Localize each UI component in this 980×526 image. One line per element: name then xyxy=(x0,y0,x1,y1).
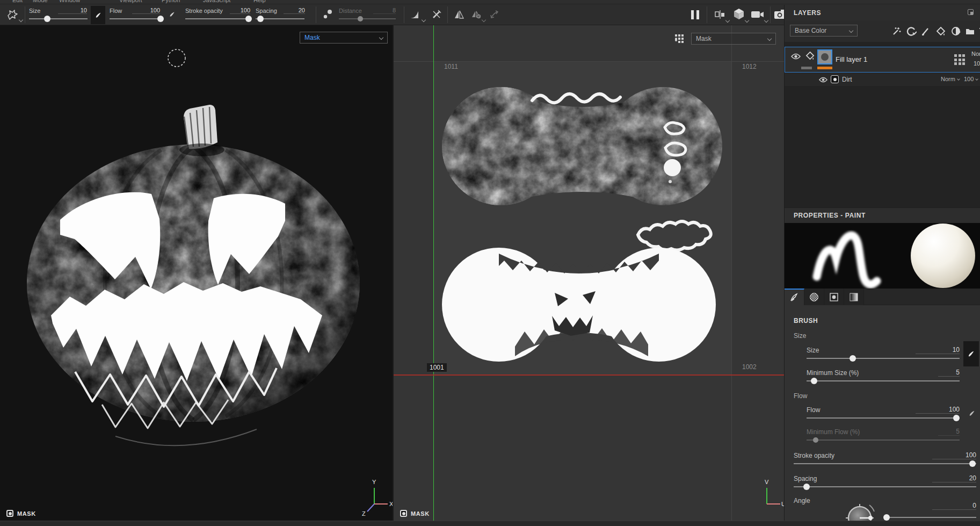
layer-thumbnail[interactable] xyxy=(817,49,832,64)
transform-arrows-icon xyxy=(489,9,500,20)
blend-chevron-icon xyxy=(957,77,960,81)
panel-options-icon[interactable] xyxy=(968,9,974,15)
scatter-dots-icon xyxy=(322,8,334,21)
add-group-button[interactable] xyxy=(963,25,976,38)
layer-name[interactable]: Fill layer 1 xyxy=(836,55,867,63)
angle-value[interactable]: 0 xyxy=(932,502,976,510)
mask-channel-icon xyxy=(400,510,407,517)
angle-slider[interactable] xyxy=(884,514,976,521)
viewport-2d[interactable]: 1011 1012 1001 1002 Mask V U xyxy=(394,25,784,521)
layer-opacity[interactable]: 100 xyxy=(974,60,980,67)
effect-blend-mode[interactable]: Norm xyxy=(941,76,955,82)
menu-help[interactable]: Help xyxy=(253,0,266,3)
pen-pressure-icon xyxy=(169,11,176,18)
menu-python[interactable]: Python xyxy=(162,0,180,3)
3d-axis-gizmo: Y X Z xyxy=(354,477,393,517)
add-effect-button[interactable] xyxy=(890,25,903,38)
3d-channel-select[interactable]: Mask xyxy=(300,32,388,44)
cube-icon xyxy=(732,8,745,20)
pen-pressure-icon xyxy=(968,409,976,417)
2d-channel-select[interactable]: Mask xyxy=(691,33,776,45)
layer-row-fill-layer-1[interactable]: Fill layer 1 Norm 100 xyxy=(785,47,980,73)
tab-alpha[interactable] xyxy=(804,289,824,305)
display-mode-button[interactable] xyxy=(713,8,727,21)
brush-tab-icon xyxy=(789,293,799,302)
toolbar-size-slider[interactable] xyxy=(29,15,88,23)
right-panel: LAYERS Base Color xyxy=(784,5,980,521)
scatter-icon[interactable] xyxy=(321,6,335,23)
2d-canvas-uv[interactable] xyxy=(394,25,784,521)
menu-viewport[interactable]: Viewport xyxy=(119,0,142,3)
stroke-opacity-value[interactable]: 100 xyxy=(932,451,976,459)
material-mode-chevron-icon[interactable] xyxy=(745,18,749,23)
symmetry-button[interactable] xyxy=(452,8,466,21)
spacing-slider[interactable] xyxy=(794,483,976,491)
viewport-3d[interactable]: Mask Y X Z MASK xyxy=(0,25,393,521)
toolbar-flow-value[interactable]: 100 xyxy=(132,7,160,14)
camera-chevron-icon[interactable] xyxy=(764,18,768,23)
pause-engine-button[interactable] xyxy=(689,9,701,20)
falloff-chevron-icon[interactable] xyxy=(422,18,426,22)
toolbar-stroke-opacity-slider[interactable] xyxy=(185,15,251,23)
angle-dial[interactable] xyxy=(838,498,887,521)
menu-window[interactable]: Window xyxy=(59,0,80,3)
delete-layer-button[interactable] xyxy=(977,25,980,38)
camera-view-button[interactable] xyxy=(750,9,766,20)
uv-body-bottom-shell xyxy=(442,248,716,362)
menu-edit[interactable]: Edit xyxy=(12,0,23,3)
toolbar-flow-slider[interactable] xyxy=(110,15,162,23)
size-pressure-toggle[interactable] xyxy=(963,341,979,366)
stencil-tab-icon xyxy=(829,292,839,302)
display-mode-chevron-icon[interactable] xyxy=(725,18,730,23)
eye-icon xyxy=(819,76,827,83)
falloff-button[interactable] xyxy=(408,8,421,21)
effect-name[interactable]: Dirt xyxy=(842,76,852,83)
stroke-cross-button[interactable] xyxy=(430,8,444,21)
spacing-value[interactable]: 20 xyxy=(932,474,976,482)
toolbar-stroke-opacity-value[interactable]: 100 xyxy=(230,7,250,14)
flow-pressure-toggle[interactable] xyxy=(966,407,978,419)
size-slider[interactable] xyxy=(807,355,960,362)
menu-mode[interactable]: Mode xyxy=(33,0,48,3)
3d-canvas-pumpkin[interactable] xyxy=(0,25,393,521)
layer-visibility-toggle[interactable] xyxy=(791,53,801,62)
menu-javascript[interactable]: JavaScript xyxy=(203,0,230,3)
channel-filter-select[interactable]: Base Color xyxy=(790,25,858,37)
toolbar-spacing-value[interactable]: 20 xyxy=(284,7,305,14)
axis-y-label: Y xyxy=(372,479,376,485)
size-pressure-toggle[interactable] xyxy=(91,6,105,24)
layers-panel-header: LAYERS xyxy=(785,5,980,20)
brush-properties: BRUSH Size Size 10 Minimum Size (%) 5 Fl… xyxy=(785,305,980,521)
udim-label-1002: 1002 xyxy=(742,363,757,371)
3d-channel-chevron-icon xyxy=(379,35,383,40)
layer-row-dirt[interactable]: Dirt Norm 100 xyxy=(785,73,980,86)
add-smart-material-button[interactable] xyxy=(905,25,918,38)
udim-label-1012: 1012 xyxy=(742,63,757,70)
split-view-icon xyxy=(714,9,726,20)
add-smart-mask-button[interactable] xyxy=(949,25,962,38)
add-fill-layer-button[interactable] xyxy=(934,25,947,38)
effect-thumbnail[interactable] xyxy=(831,75,839,83)
flow-pressure-toggle[interactable] xyxy=(166,9,177,19)
tab-grayscale[interactable] xyxy=(844,289,864,305)
min-size-slider[interactable] xyxy=(807,377,960,385)
layer-visibility-toggle[interactable] xyxy=(819,76,827,85)
toolbar-spacing-slider[interactable] xyxy=(256,15,304,23)
size-value[interactable]: 10 xyxy=(916,346,960,354)
udim-grid-button[interactable] xyxy=(673,33,685,45)
flow-slider[interactable] xyxy=(807,414,960,422)
material-mode-button[interactable] xyxy=(732,7,746,21)
toolbar-size-value[interactable]: 10 xyxy=(58,7,87,14)
layer-blend-mode[interactable]: Norm xyxy=(971,51,980,57)
flow-value[interactable]: 100 xyxy=(916,406,960,414)
video-camera-icon xyxy=(751,10,765,19)
min-size-value[interactable]: 5 xyxy=(938,369,960,377)
eye-icon xyxy=(791,53,801,60)
effect-opacity[interactable]: 100 xyxy=(964,76,974,82)
tab-brush[interactable] xyxy=(785,289,804,305)
tab-stencil[interactable] xyxy=(824,289,844,305)
paint-tool-button[interactable] xyxy=(4,8,20,23)
stroke-opacity-slider[interactable] xyxy=(794,460,976,467)
add-paint-layer-button[interactable] xyxy=(919,25,932,38)
toolbar-distance-label: Distance xyxy=(339,8,362,14)
